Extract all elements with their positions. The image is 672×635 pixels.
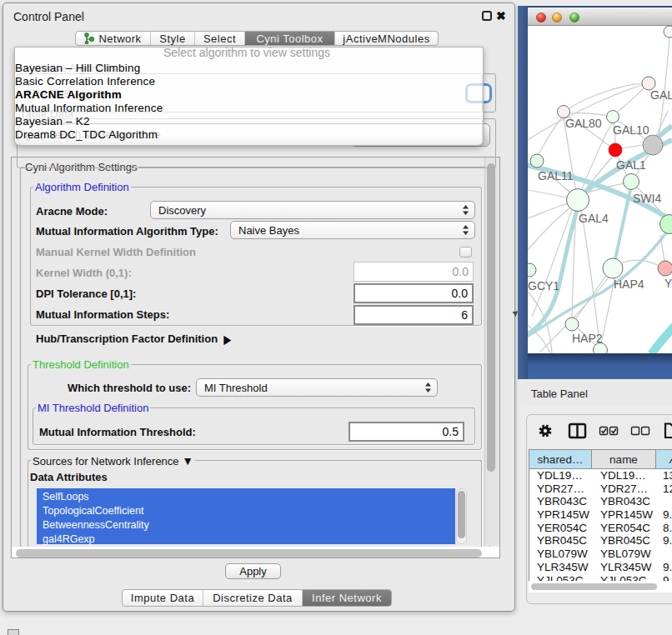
svg-text:GAL10: GAL10 bbox=[613, 123, 649, 137]
svg-text:HAP4: HAP4 bbox=[614, 278, 644, 291]
svg-text:GAL1: GAL1 bbox=[616, 158, 646, 172]
svg-text:GAL11: GAL11 bbox=[538, 169, 574, 182]
svg-text:GAL80: GAL80 bbox=[565, 117, 602, 130]
svg-text:GAL4: GAL4 bbox=[579, 212, 609, 225]
svg-text:GAL2: GAL2 bbox=[650, 88, 672, 102]
svg-text:Y: Y bbox=[664, 277, 672, 290]
svg-text:SWI4: SWI4 bbox=[633, 192, 661, 205]
svg-text:GCY1: GCY1 bbox=[528, 279, 559, 292]
svg-text:HAP2: HAP2 bbox=[572, 332, 603, 345]
